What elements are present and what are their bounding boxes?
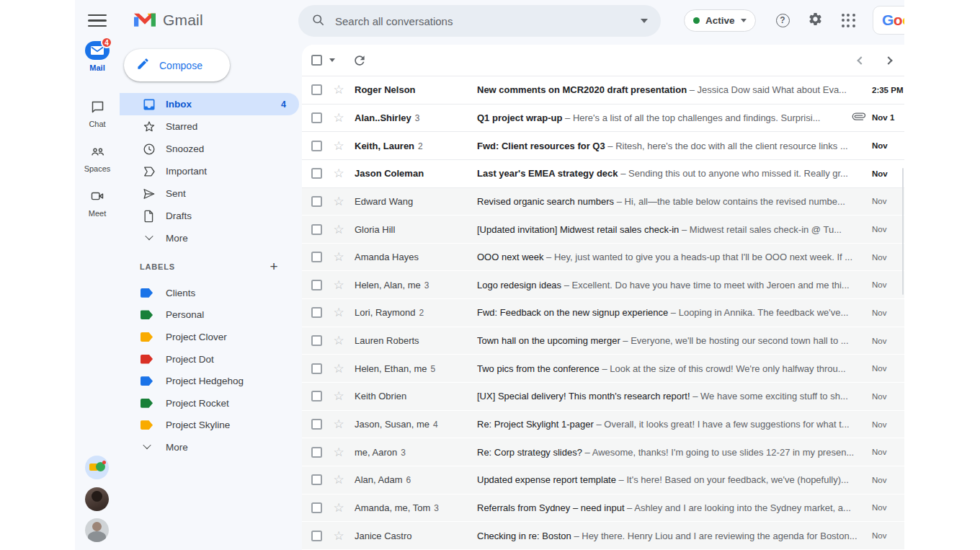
settings-button[interactable]: [807, 12, 823, 28]
label-item-project-rocket[interactable]: Project Rocket: [120, 392, 299, 414]
email-row[interactable]: Amanda, me, Tom3 Referrals from Sydney –…: [302, 494, 904, 523]
email-checkbox[interactable]: [311, 224, 322, 235]
star-icon[interactable]: [332, 418, 345, 430]
email-row[interactable]: Amanda Hayes OOO next week – Hey, just w…: [302, 244, 904, 272]
email-row[interactable]: Keith Obrien [UX] Special delivery! This…: [302, 383, 904, 411]
search-input[interactable]: [335, 15, 631, 27]
email-date: Nov: [872, 253, 904, 262]
email-row[interactable]: Lauren Roberts Town hall on the upcoming…: [302, 327, 904, 355]
email-row[interactable]: Janice Castro Checking in re: Boston – H…: [302, 522, 904, 550]
rail-item-chat[interactable]: Chat: [75, 97, 120, 128]
star-icon[interactable]: [332, 195, 345, 208]
email-snippet: – Overall, it looks great! I have a few …: [594, 419, 850, 430]
email-checkbox[interactable]: [311, 531, 322, 541]
email-row[interactable]: Jason, Susan, me4 Re: Project Skylight 1…: [302, 411, 904, 439]
email-checkbox[interactable]: [311, 280, 322, 290]
sidebar-item-snoozed[interactable]: Snoozed: [120, 138, 299, 160]
star-icon[interactable]: [332, 84, 345, 96]
apps-launcher-button[interactable]: [840, 12, 856, 28]
label-item-project-skyline[interactable]: Project Skyline: [120, 414, 299, 437]
sidebar-item-important[interactable]: Important: [120, 160, 299, 182]
email-row[interactable]: Lori, Raymond2 Fwd: Feedback on the new …: [302, 299, 904, 327]
email-checkbox[interactable]: [311, 391, 322, 402]
star-icon: [142, 120, 156, 134]
star-icon[interactable]: [332, 446, 345, 458]
email-checkbox[interactable]: [311, 335, 322, 346]
email-date: Nov: [872, 531, 904, 540]
email-checkbox[interactable]: [311, 84, 322, 95]
star-icon[interactable]: [332, 140, 345, 152]
sidebar-item-label: Starred: [166, 121, 197, 132]
star-icon[interactable]: [332, 502, 345, 514]
email-checkbox[interactable]: [311, 474, 322, 485]
sidebar-item-more[interactable]: More: [120, 227, 299, 249]
email-checkbox[interactable]: [311, 112, 322, 123]
rail-item-meet[interactable]: Meet: [75, 186, 120, 218]
rail-item-mail[interactable]: 4 Mail: [75, 40, 120, 72]
label-item-project-dot[interactable]: Project Dot: [120, 348, 299, 371]
hamburger-menu-icon[interactable]: [88, 14, 107, 27]
label-item-personal[interactable]: Personal: [120, 304, 299, 327]
email-row[interactable]: Edward Wang Revised organic search numbe…: [302, 188, 904, 216]
email-row[interactable]: Roger Nelson New comments on MCR2020 dra…: [302, 76, 904, 105]
star-icon[interactable]: [332, 390, 345, 402]
list-scrollbar[interactable]: [902, 168, 904, 295]
star-icon[interactable]: [332, 530, 345, 542]
sidebar-item-inbox[interactable]: Inbox 4: [120, 93, 299, 115]
email-row[interactable]: Alan..Shirley3 Q1 project wrap-up – Here…: [302, 105, 904, 133]
email-date: Nov 1: [872, 113, 904, 122]
compose-button[interactable]: Compose: [124, 49, 230, 81]
star-icon[interactable]: [332, 474, 345, 486]
email-checkbox[interactable]: [311, 196, 322, 207]
rail-item-spaces[interactable]: Spaces: [75, 141, 120, 173]
search-bar[interactable]: [298, 5, 661, 37]
sidebar-item-starred[interactable]: Starred: [120, 115, 299, 138]
newer-chevron-icon[interactable]: [857, 56, 865, 64]
email-snippet: – Ashley and I are looking into the Sydn…: [625, 502, 851, 513]
email-checkbox[interactable]: [311, 252, 322, 262]
email-checkbox[interactable]: [311, 168, 322, 179]
email-row[interactable]: Gloria Hill [Updated invitation] Midwest…: [302, 216, 904, 244]
email-checkbox[interactable]: [311, 363, 322, 374]
label-item-clients[interactable]: Clients: [120, 282, 299, 304]
sidebar-item-sent[interactable]: Sent: [120, 182, 299, 205]
create-label-button[interactable]: [267, 260, 280, 273]
label-item-project-hedgehog[interactable]: Project Hedgehog: [120, 370, 299, 392]
star-icon[interactable]: [332, 334, 345, 347]
star-icon[interactable]: [332, 251, 345, 263]
email-checkbox[interactable]: [311, 447, 322, 458]
star-icon[interactable]: [332, 306, 345, 319]
status-selector[interactable]: Active: [684, 9, 756, 32]
email-row[interactable]: Jason Coleman Last year's EMEA strategy …: [302, 160, 904, 188]
label-name: Project Skyline: [166, 420, 230, 430]
sidebar-item-drafts[interactable]: Drafts: [120, 205, 299, 227]
email-row[interactable]: Helen, Ethan, me5 Two pics from the conf…: [302, 355, 904, 383]
label-item-project-clover[interactable]: Project Clover: [120, 326, 299, 348]
refresh-button[interactable]: [352, 53, 367, 68]
email-row[interactable]: Helen, Alan, me3 Logo redesign ideas – E…: [302, 271, 904, 299]
star-icon[interactable]: [332, 167, 345, 179]
star-icon[interactable]: [332, 279, 345, 291]
help-button[interactable]: [775, 12, 790, 28]
email-row[interactable]: me, Aaron3 Re: Corp strategy slides? – A…: [302, 438, 904, 466]
sticker-avatar[interactable]: [85, 456, 109, 479]
select-caret-icon[interactable]: [329, 58, 335, 62]
star-icon[interactable]: [332, 223, 345, 236]
email-checkbox[interactable]: [311, 141, 322, 151]
older-chevron-icon[interactable]: [884, 56, 892, 64]
email-checkbox[interactable]: [311, 502, 322, 513]
label-name: Project Hedgehog: [166, 376, 244, 386]
star-icon[interactable]: [332, 363, 345, 375]
select-all-checkbox[interactable]: [311, 55, 322, 66]
star-icon[interactable]: [332, 112, 345, 124]
person-avatar-1[interactable]: [85, 487, 109, 511]
email-checkbox[interactable]: [311, 419, 322, 430]
email-snippet: – It's here! Based on your feedback, we'…: [616, 474, 849, 485]
search-options-caret-icon[interactable]: [641, 19, 648, 23]
email-subject: Updated expense report template: [477, 474, 616, 485]
labels-more[interactable]: More: [120, 436, 299, 458]
person-avatar-2[interactable]: [85, 518, 109, 542]
email-row[interactable]: Keith, Lauren2 Fwd: Client resources for…: [302, 132, 904, 160]
email-checkbox[interactable]: [311, 307, 322, 318]
email-row[interactable]: Alan, Adam6 Updated expense report templ…: [302, 466, 904, 494]
